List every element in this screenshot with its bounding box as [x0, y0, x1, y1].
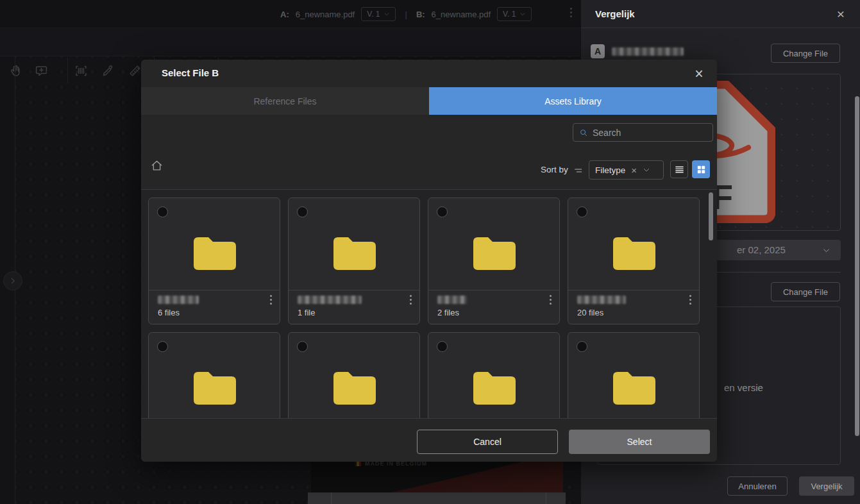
modal-tabs: Reference Files Assets Library	[141, 87, 717, 115]
folder-checkbox[interactable]	[437, 341, 448, 352]
folder-kebab-menu[interactable]	[270, 295, 272, 305]
folder-checkbox[interactable]	[577, 341, 587, 352]
search-input[interactable]	[593, 128, 707, 138]
chevron-down-icon	[643, 166, 650, 174]
folder-card[interactable]	[148, 332, 280, 418]
filetype-filter-dropdown[interactable]: Filetype ×	[589, 160, 664, 180]
sidebar-expand-handle[interactable]	[3, 271, 22, 290]
annuleren-button[interactable]: Annuleren	[727, 476, 788, 496]
folder-card[interactable]: 20 files	[568, 197, 700, 324]
folder-card[interactable]: 2 files	[428, 197, 560, 324]
topbar-kebab-menu[interactable]	[570, 8, 572, 17]
folder-icon	[331, 369, 378, 407]
folder-icon	[471, 369, 518, 407]
tab-assets-library[interactable]: Assets Library	[429, 87, 717, 115]
belgium-flag-icon	[355, 462, 361, 466]
folder-kebab-menu[interactable]	[410, 295, 412, 305]
folder-checkbox[interactable]	[297, 206, 308, 217]
folder-checkbox[interactable]	[297, 341, 308, 352]
modal-title: Select File B	[162, 67, 219, 78]
change-file-b-button[interactable]: Change File	[771, 282, 840, 301]
folder-name-redacted	[437, 296, 467, 304]
folder-kebab-menu[interactable]	[689, 295, 691, 305]
chevron-down-icon	[822, 246, 830, 255]
list-view-icon	[674, 164, 685, 175]
modal-footer: Cancel Select	[141, 418, 717, 462]
folder-file-count: 1 file	[289, 308, 419, 323]
compare-files-header: A: 6_newname.pdf V. 1 | B: 6_newname.pdf…	[280, 0, 532, 28]
file-a-badge: A	[591, 44, 605, 58]
select-file-modal: Select File B × Reference Files Assets L…	[141, 60, 717, 462]
folder-icon	[191, 369, 239, 407]
version-date-fragment: er 02, 2025	[737, 244, 786, 255]
app-screen: A: 6_newname.pdf V. 1 | B: 6_newname.pdf…	[0, 0, 860, 504]
list-view-button[interactable]	[670, 160, 688, 178]
panel-title: Vergelijk	[595, 8, 635, 19]
folder-file-count: 6 files	[149, 308, 280, 323]
file-a-label: A:	[280, 10, 289, 19]
grid-view-button[interactable]	[692, 160, 710, 178]
search-icon	[579, 128, 588, 137]
file-b-version-dropdown[interactable]: V. 1	[497, 7, 532, 21]
folder-checkbox[interactable]	[577, 206, 587, 217]
folder-checkbox[interactable]	[157, 341, 168, 352]
folder-icon	[471, 234, 518, 273]
file-a-name-redacted	[612, 47, 684, 56]
tab-reference-files[interactable]: Reference Files	[141, 87, 429, 115]
modal-close-icon[interactable]: ×	[689, 64, 709, 83]
folder-card[interactable]: 6 files	[148, 197, 280, 324]
file-a-version-value: V. 1	[367, 10, 380, 19]
folder-grid: 6 files 1 file 2 files	[141, 189, 717, 418]
folder-file-count: 2 files	[428, 308, 559, 323]
modal-scrollbar[interactable]	[709, 192, 713, 240]
filter-value: Filetype	[595, 165, 625, 175]
sort-by-label: Sort by	[541, 165, 568, 174]
folder-icon	[331, 234, 378, 273]
change-file-a-button[interactable]: Change File	[771, 44, 840, 63]
file-separator: |	[402, 10, 409, 19]
file-b-version-value: V. 1	[503, 10, 516, 19]
folder-checkbox[interactable]	[157, 206, 168, 217]
page-bottom-edge	[308, 492, 566, 504]
folder-name-redacted	[158, 296, 199, 304]
folder-card[interactable]: 1 file	[288, 197, 420, 324]
breadcrumb-home-icon[interactable]	[151, 160, 164, 172]
folder-card[interactable]	[428, 332, 560, 418]
folder-name-redacted	[577, 296, 626, 304]
file-b-name: 6_newname.pdf	[432, 10, 491, 19]
folder-icon	[611, 369, 658, 407]
folder-checkbox[interactable]	[437, 206, 448, 217]
panel-header: Vergelijk ×	[581, 0, 860, 28]
chevron-down-icon	[384, 11, 390, 17]
cancel-button[interactable]: Cancel	[417, 430, 558, 454]
folder-card[interactable]	[288, 332, 420, 418]
modal-header: Select File B ×	[141, 60, 717, 87]
select-button[interactable]: Select	[569, 430, 710, 454]
panel-close-icon[interactable]: ×	[832, 5, 850, 23]
grid-view-icon	[696, 164, 707, 175]
file-b-hint-fragment: en versie	[724, 382, 763, 393]
panel-scrollbar[interactable]	[855, 96, 859, 436]
folder-icon	[611, 234, 658, 273]
filter-remove-icon[interactable]: ×	[631, 165, 637, 176]
chevron-down-icon	[519, 11, 526, 17]
folder-file-count: 20 files	[568, 308, 699, 323]
folder-name-redacted	[298, 296, 362, 304]
vergelijk-button[interactable]: Vergelijk	[799, 476, 854, 496]
search-box[interactable]	[573, 123, 713, 142]
file-b-label: B:	[416, 10, 425, 19]
file-a-name: 6_newname.pdf	[296, 10, 355, 19]
folder-card[interactable]	[568, 332, 700, 418]
chevron-right-icon	[8, 276, 17, 285]
folder-kebab-menu[interactable]	[550, 295, 552, 305]
sort-order-icon[interactable]	[573, 165, 584, 176]
folder-icon	[191, 234, 239, 273]
file-a-version-dropdown[interactable]: V. 1	[361, 7, 396, 21]
